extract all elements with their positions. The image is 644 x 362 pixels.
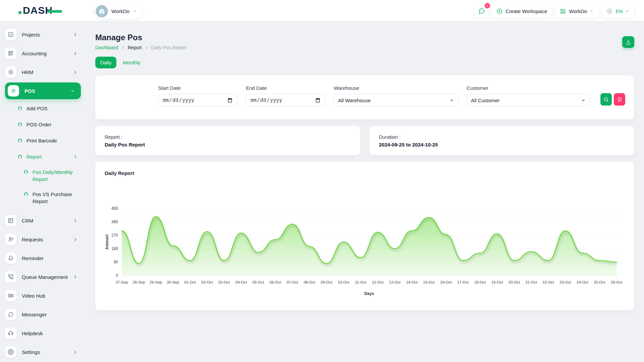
svg-text:90: 90 [114, 260, 118, 264]
headphones-icon [8, 330, 14, 336]
tab-monthly[interactable]: Monthly [123, 60, 141, 65]
sidebar-subitem-add-pos[interactable]: Add POS [5, 100, 81, 116]
svg-text:11-Oct: 11-Oct [355, 280, 366, 284]
sidebar-subitem-report[interactable]: Report [5, 148, 81, 165]
sidebar-subsubitem-label: Pos VS Purchase Report [33, 191, 79, 205]
sidebar-subitem-label: Add POS [26, 106, 48, 111]
workspace-menu[interactable]: WorkDo [555, 5, 598, 18]
message-circle-icon [8, 311, 14, 317]
dots-grid-icon-box [8, 85, 19, 97]
duration-label: Duration : [379, 134, 625, 140]
svg-text:17-Oct: 17-Oct [457, 280, 469, 284]
download-button[interactable] [622, 36, 634, 48]
page-title: Manage Pos [95, 33, 634, 42]
apply-filter-button[interactable] [600, 93, 612, 106]
sidebar-item-helpdesk[interactable]: Helpdesk [5, 324, 81, 343]
breadcrumb-report[interactable]: Report [128, 45, 142, 50]
chevron-right-icon [73, 350, 77, 354]
workspace-switcher[interactable]: WorkDo [94, 3, 142, 19]
chevron-right-icon [73, 70, 77, 74]
chevron-right-icon [73, 33, 77, 37]
sidebar-subsubitem-pos-daily-monthly-report[interactable]: Pos Daily/Monthly Report [5, 165, 81, 187]
video-icon-box [5, 290, 16, 301]
headphones-icon-box [5, 327, 16, 339]
sidebar-item-projects[interactable]: Projects [5, 25, 81, 44]
grid-plus-icon-box [5, 48, 16, 59]
sidebar-subsubitem-pos-vs-purchase-report[interactable]: Pos VS Purchase Report [5, 187, 81, 209]
sidebar-item-label: Video Hub [22, 293, 45, 299]
gear-icon-box [5, 346, 16, 358]
svg-text:03-Oct: 03-Oct [218, 280, 230, 284]
bullet-icon [18, 107, 22, 110]
search-icon [603, 97, 609, 102]
svg-text:09-Oct: 09-Oct [321, 280, 332, 284]
language-menu[interactable]: EN [602, 5, 634, 18]
grid-plus-icon [560, 8, 566, 14]
chevron-right-icon [73, 237, 77, 242]
logo-dash-icon [47, 10, 62, 13]
chevron-right-icon [73, 51, 77, 56]
sidebar-item-accounting[interactable]: Accounting [5, 44, 81, 63]
svg-text:13-Oct: 13-Oct [389, 280, 401, 284]
svg-text:27-Sep: 27-Sep [115, 280, 128, 284]
check-square-icon-box [5, 29, 16, 40]
sidebar-item-video-hub[interactable]: Video Hub [5, 286, 81, 305]
svg-text:18-Oct: 18-Oct [474, 280, 486, 284]
chart-title: Daily Report [105, 170, 625, 176]
svg-text:0: 0 [116, 273, 118, 278]
user-circle-icon-box [5, 66, 16, 78]
chevron-right-icon [145, 46, 148, 49]
breadcrumb-dashboard[interactable]: Dashboard [95, 45, 118, 50]
customer-select[interactable]: All Customer [467, 94, 590, 107]
sidebar-item-label: Requests [22, 237, 43, 242]
sidebar-item-requests[interactable]: Requests [5, 230, 81, 249]
svg-text:26-Oct: 26-Oct [611, 280, 623, 284]
sidebar-item-settings[interactable]: Settings [5, 343, 81, 361]
logo-dot-icon [18, 11, 21, 14]
svg-text:16-Oct: 16-Oct [440, 280, 452, 284]
filter-card: Start Date End Date Warehouse All Wareho… [95, 75, 634, 119]
bullet-icon [18, 123, 22, 126]
svg-text:23-Oct: 23-Oct [559, 280, 571, 284]
svg-text:29-Sep: 29-Sep [150, 280, 162, 284]
messages-count-badge: 0 [484, 2, 491, 9]
bullet-icon [18, 139, 22, 142]
warehouse-select[interactable]: All Warehouse [334, 94, 458, 107]
report-summary-card: Report : Daily Pos Report [95, 126, 360, 155]
warehouse-label: Warehouse [334, 85, 458, 91]
report-mode-tabs: Daily Monthly [95, 57, 634, 68]
end-date-input[interactable] [246, 94, 325, 107]
reset-filter-button[interactable] [614, 93, 625, 106]
svg-text:25-Oct: 25-Oct [594, 280, 605, 284]
chevron-right-icon [73, 155, 77, 159]
report-value: Daily Pos Report [105, 142, 351, 147]
clear-filter-icon [617, 97, 622, 102]
svg-text:22-Oct: 22-Oct [542, 280, 554, 284]
start-date-input[interactable] [158, 94, 237, 107]
daily-report-chart-card: Daily Report 090180270360450Amount27-Sep… [95, 162, 634, 310]
sidebar-item-queue-management[interactable]: Queue Management [5, 267, 81, 286]
messages-button[interactable]: 0 [475, 5, 488, 18]
sidebar-item-pos[interactable]: POS [5, 82, 81, 99]
svg-text:02-Oct: 02-Oct [201, 280, 213, 284]
sidebar-item-messenger[interactable]: Messenger [5, 305, 81, 324]
start-date-label: Start Date [158, 85, 237, 91]
svg-text:19-Oct: 19-Oct [491, 280, 503, 284]
chevron-right-icon [73, 219, 77, 223]
sidebar-item-hrm[interactable]: HRM [5, 63, 81, 81]
bullet-icon [24, 170, 28, 174]
tab-daily[interactable]: Daily [95, 57, 116, 68]
svg-text:Days: Days [364, 291, 374, 296]
sidebar-subitem-print-barcode[interactable]: Print Barcode [5, 132, 81, 148]
sidebar-item-crm[interactable]: CRM [5, 211, 81, 230]
sidebar-item-reminder[interactable]: Reminder [5, 249, 81, 267]
svg-text:Amount: Amount [105, 234, 109, 249]
sidebar-item-label: Projects [22, 32, 40, 38]
create-workspace-button[interactable]: Create Workspace [492, 5, 552, 18]
sidebar-subitem-pos-order[interactable]: POS Order [5, 116, 81, 132]
grid-plus-icon [8, 50, 14, 56]
user-plus-icon [8, 236, 14, 242]
chevron-down-icon [133, 9, 137, 13]
svg-text:04-Oct: 04-Oct [235, 280, 247, 284]
duration-summary-card: Duration : 2024-09-25 to 2024-10-25 [370, 126, 635, 155]
